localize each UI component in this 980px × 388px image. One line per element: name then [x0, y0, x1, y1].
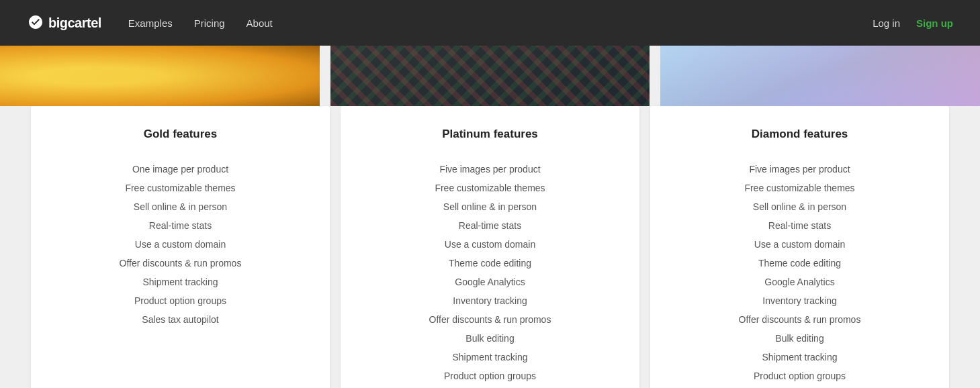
list-item: Sales tax autopilot: [666, 385, 933, 388]
list-item: Real-time stats: [666, 216, 933, 235]
list-item: Sales tax autopilot: [357, 385, 623, 388]
image-segment-gold: [0, 46, 320, 106]
logo-text: bigcartel: [48, 15, 101, 31]
signup-link[interactable]: Sign up: [916, 17, 953, 29]
gap-2: [650, 46, 660, 106]
list-item: Use a custom domain: [666, 235, 933, 254]
gold-card: Gold features One image per product Free…: [31, 106, 330, 388]
list-item: Theme code editing: [357, 254, 623, 273]
diamond-card: Diamond features Five images per product…: [650, 106, 949, 388]
list-item: Real-time stats: [357, 216, 623, 235]
list-item: Sell online & in person: [666, 197, 933, 216]
list-item: Use a custom domain: [47, 235, 314, 254]
list-item: Offer discounts & run promos: [47, 254, 314, 273]
diamond-feature-list: Five images per product Free customizabl…: [666, 160, 933, 388]
list-item: Shipment tracking: [666, 348, 933, 367]
platinum-card-title: Platinum features: [357, 128, 623, 141]
navigation: bigcartel Examples Pricing About Log in …: [0, 0, 980, 46]
diamond-card-title: Diamond features: [666, 128, 933, 141]
list-item: Inventory tracking: [666, 291, 933, 310]
list-item: Free customizable themes: [47, 179, 314, 197]
list-item: One image per product: [47, 160, 314, 179]
gold-feature-list: One image per product Free customizable …: [47, 160, 314, 329]
list-item: Product option groups: [357, 367, 623, 385]
list-item: Offer discounts & run promos: [666, 310, 933, 329]
list-item: Google Analytics: [666, 273, 933, 291]
list-item: Real-time stats: [47, 216, 314, 235]
list-item: Use a custom domain: [357, 235, 623, 254]
nav-pricing[interactable]: Pricing: [194, 17, 225, 29]
platinum-card: Platinum features Five images per produc…: [341, 106, 639, 388]
list-item: Offer discounts & run promos: [357, 310, 623, 329]
gold-card-title: Gold features: [47, 128, 314, 141]
list-item: Free customizable themes: [666, 179, 933, 197]
list-item: Shipment tracking: [47, 273, 314, 291]
list-item: Inventory tracking: [357, 291, 623, 310]
logo[interactable]: bigcartel: [27, 14, 101, 32]
gap-1: [320, 46, 330, 106]
list-item: Bulk editing: [357, 329, 623, 348]
nav-examples[interactable]: Examples: [128, 17, 173, 29]
list-item: Free customizable themes: [357, 179, 623, 197]
list-item: Product option groups: [47, 291, 314, 310]
list-item: Shipment tracking: [357, 348, 623, 367]
list-item: Sell online & in person: [47, 197, 314, 216]
list-item: Sales tax autopilot: [47, 310, 314, 329]
list-item: Bulk editing: [666, 329, 933, 348]
cards-container: Gold features One image per product Free…: [0, 106, 980, 388]
page-body: Gold features One image per product Free…: [0, 46, 980, 388]
login-link[interactable]: Log in: [873, 17, 900, 29]
list-item: Sell online & in person: [357, 197, 623, 216]
logo-icon: [27, 14, 44, 32]
nav-links: Examples Pricing About: [128, 17, 873, 29]
list-item: Theme code editing: [666, 254, 933, 273]
nav-about[interactable]: About: [247, 17, 273, 29]
list-item: Five images per product: [666, 160, 933, 179]
nav-actions: Log in Sign up: [873, 17, 953, 29]
list-item: Google Analytics: [357, 273, 623, 291]
platinum-feature-list: Five images per product Free customizabl…: [357, 160, 623, 388]
list-item: Five images per product: [357, 160, 623, 179]
image-segment-platinum: [330, 46, 650, 106]
image-strip: [0, 46, 980, 106]
image-segment-diamond: [660, 46, 980, 106]
list-item: Product option groups: [666, 367, 933, 385]
